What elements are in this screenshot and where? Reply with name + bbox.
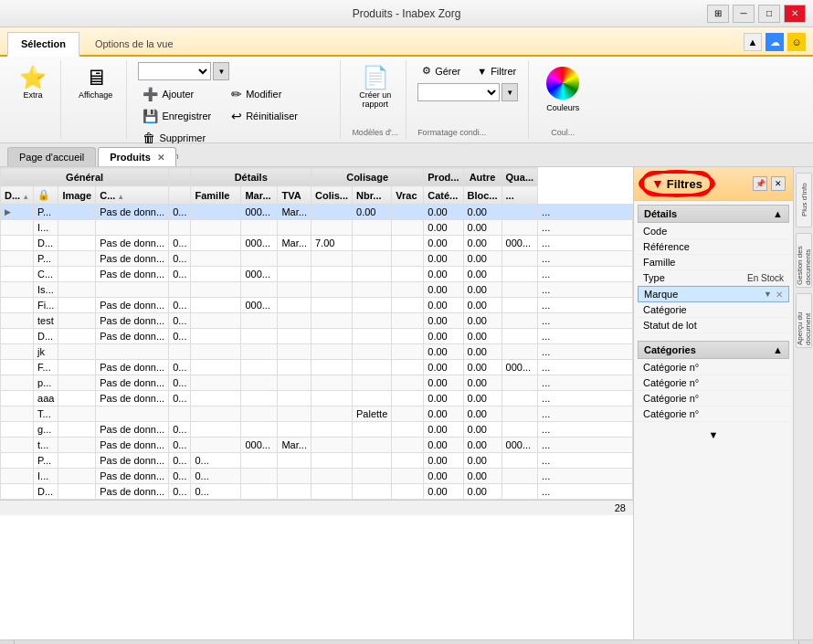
filter-dropdown-arrow[interactable]: ▼ [502, 83, 518, 101]
filter-categorie-n4[interactable]: Catégorie n° [638, 406, 789, 422]
ribbon-remote-icon[interactable]: ☁ [765, 33, 784, 51]
doc-tab-produits[interactable]: Produits ✕ [98, 147, 176, 166]
scroll-left-button[interactable]: ◀ [0, 640, 15, 644]
enregistrer-button[interactable]: 💾 Enregistrer [138, 106, 216, 126]
filter-statut-lot[interactable]: Statut de lot [638, 318, 789, 333]
minimize-button[interactable]: ─ [733, 5, 755, 23]
filter-categorie-n2[interactable]: Catégorie n° [638, 375, 789, 391]
ribbon-smiley-icon[interactable]: ☺ [787, 33, 806, 51]
table-row[interactable]: F...Pas de donn...0...0.000.00000...... [1, 360, 633, 375]
table-cell: 0.00 [463, 220, 502, 236]
bottom-scrollbar[interactable]: ◀ ▶ [0, 639, 813, 644]
table-cell [502, 313, 538, 329]
table-row[interactable]: p...Pas de donn...0...0.000.00... [1, 375, 633, 391]
filters-pin-button[interactable]: 📌 [753, 176, 767, 191]
table-row[interactable]: D...Pas de donn...0...0...0.000.00... [1, 484, 633, 500]
filters-close-button[interactable]: ✕ [771, 176, 786, 191]
scroll-right-button[interactable]: ▶ [798, 640, 813, 644]
col-c[interactable]: C...▲ [96, 186, 169, 205]
tab-options-vue[interactable]: Options de la vue [81, 32, 187, 55]
table-row[interactable]: ▶P...Pas de donn...0...000...Mar...0.000… [1, 205, 633, 220]
reinitialiser-button[interactable]: ↩ Réinitialiser [227, 106, 302, 126]
table-row[interactable]: t...Pas de donn...0...000...Mar...0.000.… [1, 438, 633, 453]
marque-clear-icon[interactable]: ✕ [776, 290, 783, 300]
table-row[interactable]: C...Pas de donn...0...000...0.000.00... [1, 267, 633, 282]
modifier-button[interactable]: ✏ Modifier [227, 84, 302, 104]
table-row[interactable]: D...Pas de donn...0...0.000.00... [1, 329, 633, 344]
filters-label: Filtres [667, 177, 702, 191]
ajouter-button[interactable]: ➕ Ajouter [138, 84, 216, 104]
table-cell: Pas de donn... [96, 453, 169, 469]
affichage-button[interactable]: 🖥 Affichage [72, 62, 119, 104]
marque-dropdown-icon[interactable]: ▼ [764, 290, 772, 299]
table-row[interactable]: I...0.000.00... [1, 220, 633, 236]
extra-button[interactable]: ⭐ Extra [13, 62, 53, 104]
sidebar-gestion-docs[interactable]: Gestion des documents [796, 233, 812, 288]
table-cell [311, 406, 352, 422]
table-row[interactable]: g...Pas de donn...0...0.000.00... [1, 422, 633, 438]
sidebar-apercu-docs[interactable]: Aperçu du document [796, 293, 812, 348]
table-row[interactable]: jk0.000.00... [1, 344, 633, 360]
table-row[interactable]: aaaPas de donn...0...0.000.00... [1, 391, 633, 406]
filter-categorie[interactable]: Catégorie [638, 302, 789, 318]
sidebar-plus-info[interactable]: Plus d'info [796, 173, 812, 227]
filter-select[interactable] [417, 83, 500, 101]
col-image[interactable]: Image [58, 186, 96, 205]
filters-scroll-down[interactable]: ▼ [634, 426, 793, 444]
table-cell [278, 329, 311, 344]
col-more[interactable]: ... [502, 186, 538, 205]
table-cell: ... [538, 267, 633, 282]
table-cell: Pas de donn... [96, 205, 169, 220]
filter-marque[interactable]: Marque ▼ ✕ [638, 286, 789, 302]
doc-tab-close-icon[interactable]: ✕ [157, 153, 164, 163]
col-tva[interactable]: TVA [278, 186, 311, 205]
ribbon-up-icon[interactable]: ▲ [744, 33, 762, 51]
maximize-button[interactable]: □ [758, 5, 780, 23]
filter-categorie-n3[interactable]: Catégorie n° [638, 391, 789, 406]
table-row[interactable]: Is...0.000.00... [1, 282, 633, 298]
table-cell [58, 282, 96, 298]
table-row[interactable]: Fi...Pas de donn...0...000...0.000.00... [1, 298, 633, 313]
group-qua: Qua... [502, 168, 538, 186]
table-cell [311, 298, 352, 313]
couleurs-button[interactable]: Couleurs [540, 62, 586, 117]
close-button[interactable]: ✕ [784, 5, 806, 23]
col-colis[interactable]: Colis... [311, 186, 352, 205]
gerer-button[interactable]: ⚙ Gérer [417, 62, 465, 79]
table-row[interactable]: P...Pas de donn...0...0.000.00... [1, 251, 633, 267]
ribbon-select[interactable] [138, 62, 211, 80]
filter-categorie-n1[interactable]: Catégorie n° [638, 360, 789, 375]
filters-categories-title[interactable]: Catégories ▲ [638, 341, 789, 359]
ribbon-dropdown-arrow[interactable]: ▼ [213, 62, 229, 80]
col-bloc[interactable]: Bloc... [463, 186, 502, 205]
table-cell: 0.00 [463, 469, 502, 484]
table-row[interactable]: D...Pas de donn...0...000...Mar...7.000.… [1, 236, 633, 251]
col-famille[interactable]: Famille [191, 186, 241, 205]
restore-button[interactable]: ⊞ [707, 5, 729, 23]
table-row[interactable]: T...Palette0.000.00... [1, 406, 633, 422]
table-row[interactable]: P...Pas de donn...0...0...0.000.00... [1, 453, 633, 469]
col-vrac[interactable]: Vrac [392, 186, 424, 205]
col-nbr[interactable]: Nbr... [353, 186, 392, 205]
supprimer-button[interactable]: 🗑 Supprimer [138, 128, 216, 148]
table-row[interactable]: testPas de donn...0...0.000.00... [1, 313, 633, 329]
filter-famille[interactable]: Famille [638, 255, 789, 270]
scroll-track[interactable] [15, 640, 798, 644]
col-cate[interactable]: Caté... [424, 186, 463, 205]
filtrer-button[interactable]: ▼ Filtrer [472, 63, 521, 79]
table-cell: 0... [169, 375, 191, 391]
table-cell [502, 406, 538, 422]
filter-reference[interactable]: Référence [638, 239, 789, 255]
filter-code[interactable]: Code [638, 224, 789, 239]
table-row[interactable]: I...Pas de donn...0...0...0.000.00... [1, 469, 633, 484]
creer-rapport-button[interactable]: 📄 Créer un rapport [353, 62, 397, 113]
col-d[interactable]: D...▲ [1, 186, 34, 205]
filters-details-title[interactable]: Détails ▲ [638, 205, 789, 223]
table-container[interactable]: Général Détails Colisage Prod... Autre Q… [0, 167, 633, 639]
tab-selection[interactable]: Sélection [7, 32, 79, 57]
filter-type[interactable]: Type En Stock [638, 270, 789, 286]
table-cell: 0.00 [463, 313, 502, 329]
table-cell: ... [538, 298, 633, 313]
col-mar[interactable]: Mar... [241, 186, 278, 205]
doc-tab-accueil[interactable]: Page d'accueil [7, 147, 96, 166]
